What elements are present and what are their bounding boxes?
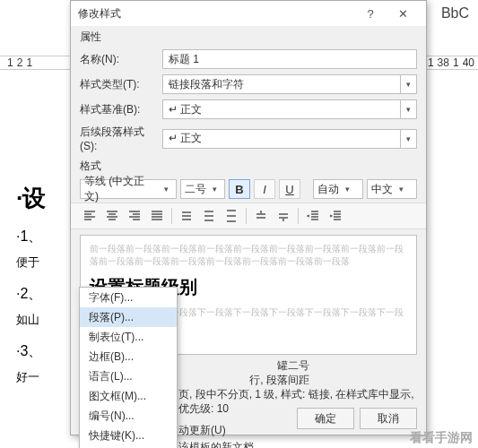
base-value: ↵ 正文 [169, 102, 202, 117]
chevron-down-icon: ▾ [341, 185, 353, 194]
watermark: 看看手游网 [410, 430, 473, 446]
menu-item[interactable]: 快捷键(K)... [80, 426, 177, 445]
separator [298, 208, 299, 224]
doc-item: ·2、 [16, 285, 42, 304]
spacing-3-icon[interactable] [222, 207, 241, 225]
format-toolbar-2 [71, 202, 426, 229]
chevron-down-icon: ▾ [400, 100, 416, 118]
size-select[interactable]: 二号▾ [180, 179, 225, 199]
type-select[interactable]: 链接段落和字符▾ [162, 74, 417, 94]
name-input[interactable] [162, 49, 417, 69]
lang-value: 中文 [371, 182, 393, 197]
menu-item[interactable]: 语言(L)... [80, 366, 177, 386]
space-before-inc-icon[interactable] [251, 207, 271, 225]
section-format: 格式 [71, 155, 426, 176]
font-name: 等线 (中文正文) [84, 174, 158, 204]
menu-item[interactable]: 边框(B)... [80, 347, 177, 366]
chevron-down-icon: ▾ [395, 185, 407, 194]
doc-heading: ·设 [16, 183, 46, 214]
separator [171, 208, 172, 224]
section-attributes: 属性 [71, 26, 426, 47]
preview-grey-before: 前一段落前一段落前一段落前一段落前一段落前一段落前一段落前一段落前一段落前一段落… [90, 243, 407, 268]
menu-item[interactable]: 段落(P)... [80, 307, 177, 327]
menu-item[interactable]: 制表位(T)... [80, 327, 177, 347]
follow-select[interactable]: ↵ 正文▾ [162, 129, 417, 149]
underline-button[interactable]: U [279, 179, 300, 199]
bold-button[interactable]: B [229, 179, 250, 199]
doc-item: ·3、 [16, 342, 42, 361]
align-justify-icon[interactable] [147, 207, 167, 225]
lang-select[interactable]: 中文▾ [367, 179, 417, 199]
help-button[interactable]: ? [354, 1, 387, 26]
dialog-title: 修改样式 [78, 6, 354, 22]
titlebar: 修改样式 ? ✕ [71, 1, 426, 26]
chevron-down-icon: ▾ [400, 130, 416, 148]
doc-item: ·1、 [16, 228, 42, 246]
checkbox-label: 该模板的新文档 [178, 440, 254, 448]
chevron-down-icon: ▾ [160, 185, 172, 194]
align-center-icon[interactable] [102, 207, 122, 225]
format-toolbar-1: 等线 (中文正文)▾ 二号▾ B I U 自动▾ 中文▾ [71, 176, 426, 202]
font-select[interactable]: 等线 (中文正文)▾ [80, 179, 177, 199]
spacing-2-icon[interactable] [199, 207, 219, 225]
separator [246, 208, 247, 224]
name-label: 名称(N): [80, 52, 157, 67]
color-value: 自动 [317, 182, 339, 197]
close-button[interactable]: ✕ [387, 1, 419, 26]
chevron-down-icon: ▾ [208, 185, 221, 194]
indent-inc-icon[interactable] [326, 207, 345, 225]
ok-button[interactable]: 确定 [297, 408, 354, 429]
space-before-dec-icon[interactable] [274, 207, 293, 225]
menu-item[interactable]: 图文框(M)... [80, 386, 177, 406]
chevron-down-icon: ▾ [400, 75, 416, 93]
menu-item[interactable]: 编号(N)... [80, 406, 177, 426]
italic-button[interactable]: I [254, 179, 275, 199]
doc-item: 好一 [16, 369, 39, 385]
cancel-button[interactable]: 取消 [360, 408, 417, 429]
doc-item: 如山 [16, 312, 39, 328]
font-size: 二号 [185, 182, 206, 197]
format-context-menu: 字体(F)...段落(P)...制表位(T)...边框(B)...语言(L)..… [79, 287, 178, 448]
type-label: 样式类型(T): [80, 77, 157, 92]
follow-label: 后续段落样式(S): [80, 125, 157, 152]
color-select[interactable]: 自动▾ [313, 179, 363, 199]
base-label: 样式基准(B): [80, 102, 157, 117]
type-value: 链接段落和字符 [169, 77, 244, 92]
base-select[interactable]: ↵ 正文▾ [162, 99, 417, 119]
follow-value: ↵ 正文 [169, 131, 202, 146]
style-chip: BbC [441, 5, 469, 22]
menu-item[interactable]: 字体(F)... [80, 288, 177, 307]
align-right-icon[interactable] [125, 207, 144, 225]
template-checkbox[interactable]: 该模板的新文档 [178, 440, 417, 448]
spacing-1-icon[interactable] [177, 207, 196, 225]
doc-item: 便于 [16, 254, 39, 271]
ruler-right: 1 38 1 40 [428, 56, 474, 70]
align-left-icon[interactable] [80, 207, 100, 225]
indent-dec-icon[interactable] [303, 207, 323, 225]
